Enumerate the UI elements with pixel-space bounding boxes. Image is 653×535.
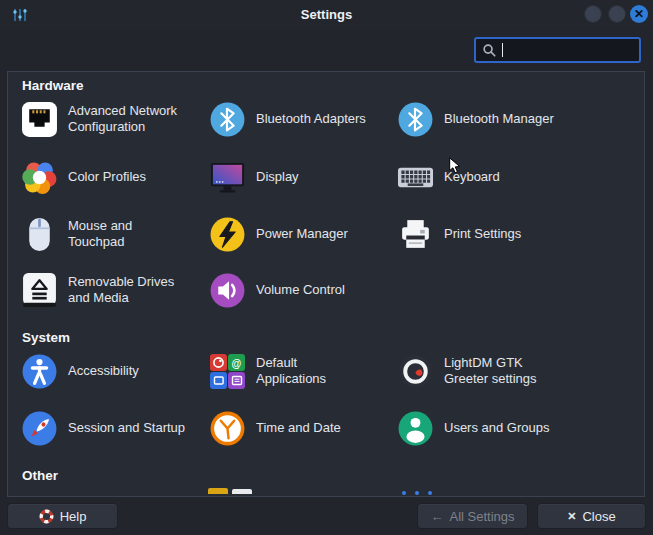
clipped-icon-stub [208, 488, 228, 494]
item-label: Accessibility [68, 363, 139, 379]
speaker-icon [209, 272, 246, 309]
printer-icon [397, 216, 434, 253]
all-settings-button-label: All Settings [449, 509, 514, 524]
clipped-icon-stub [402, 491, 406, 495]
item-volume-control[interactable]: Volume Control [209, 270, 345, 310]
item-time-and-date[interactable]: Time and Date [209, 408, 341, 448]
mouse-cursor [447, 157, 465, 175]
lightning-bolt-icon [209, 216, 246, 253]
text-caret [502, 43, 503, 57]
rocket-icon [21, 410, 58, 447]
item-label: Print Settings [444, 226, 521, 242]
item-users-and-groups[interactable]: Users and Groups [397, 408, 550, 448]
item-advanced-network-configuration[interactable]: Advanced Network Configuration [21, 99, 177, 139]
window-title: Settings [0, 7, 653, 22]
titlebar: Settings ✕ [0, 0, 653, 30]
user-icon [397, 410, 434, 447]
item-label: Removable Drives and Media [68, 274, 174, 305]
item-label: Bluetooth Adapters [256, 111, 366, 127]
clipped-icon-stub [415, 491, 419, 495]
svg-text:@: @ [232, 357, 242, 368]
help-button-label: Help [60, 509, 87, 524]
item-label: Time and Date [256, 420, 341, 436]
item-session-and-startup[interactable]: Session and Startup [21, 408, 185, 448]
item-label: Default Applications [256, 355, 326, 386]
back-arrow-icon: ← [430, 510, 443, 523]
search-box[interactable] [474, 37, 641, 63]
close-button-label: Close [582, 509, 615, 524]
mouse-icon [21, 216, 58, 253]
section-header-hardware: Hardware [22, 78, 84, 93]
bluetooth-icon [209, 101, 246, 138]
item-label: LightDM GTK Greeter settings [444, 355, 537, 386]
lifebuoy-icon [39, 509, 54, 524]
keyboard-icon [397, 159, 434, 196]
item-label: Power Manager [256, 226, 348, 242]
default-applications-tiles-icon: @ [209, 353, 246, 390]
section-header-other: Other [22, 468, 58, 483]
item-bluetooth-manager[interactable]: Bluetooth Manager [397, 99, 554, 139]
item-display[interactable]: Display [209, 157, 299, 197]
item-label: Mouse and Touchpad [68, 218, 132, 249]
section-header-system: System [22, 330, 70, 345]
help-button[interactable]: Help [7, 503, 118, 529]
bluetooth-icon [397, 101, 434, 138]
close-button[interactable]: ✕ Close [537, 503, 646, 529]
clipped-icon-stub [232, 489, 252, 494]
item-bluetooth-adapters[interactable]: Bluetooth Adapters [209, 99, 366, 139]
item-label: Color Profiles [68, 169, 146, 185]
item-mouse-and-touchpad[interactable]: Mouse and Touchpad [21, 214, 132, 254]
search-input[interactable] [508, 42, 633, 59]
item-label: Advanced Network Configuration [68, 103, 177, 134]
eject-icon [21, 272, 58, 309]
item-removable-drives-and-media[interactable]: Removable Drives and Media [21, 270, 174, 310]
item-color-profiles[interactable]: Color Profiles [21, 157, 146, 197]
maximize-button[interactable] [608, 5, 626, 23]
item-label: Display [256, 169, 299, 185]
close-window-button[interactable]: ✕ [630, 5, 648, 23]
settings-list-panel: Hardware Advanced Network Configuration … [7, 71, 645, 497]
accessibility-person-icon [21, 353, 58, 390]
clipped-icon-stub [428, 491, 432, 495]
lightdm-ring-icon [397, 353, 434, 390]
all-settings-button[interactable]: ← All Settings [417, 503, 528, 529]
clock-icon [209, 410, 246, 447]
close-x-icon: ✕ [567, 511, 576, 522]
item-accessibility[interactable]: Accessibility [21, 351, 139, 391]
minimize-button[interactable] [584, 5, 602, 23]
item-label: Session and Startup [68, 420, 185, 436]
search-icon [482, 43, 497, 58]
item-default-applications[interactable]: @ Default Applications [209, 351, 326, 391]
ethernet-port-icon [21, 101, 58, 138]
item-print-settings[interactable]: Print Settings [397, 214, 521, 254]
item-label: Users and Groups [444, 420, 550, 436]
color-wheel-icon [21, 159, 58, 196]
monitor-icon [209, 159, 246, 196]
item-label: Volume Control [256, 282, 345, 298]
item-label: Bluetooth Manager [444, 111, 554, 127]
item-lightdm-gtk-greeter-settings[interactable]: LightDM GTK Greeter settings [397, 351, 537, 391]
item-power-manager[interactable]: Power Manager [209, 214, 348, 254]
